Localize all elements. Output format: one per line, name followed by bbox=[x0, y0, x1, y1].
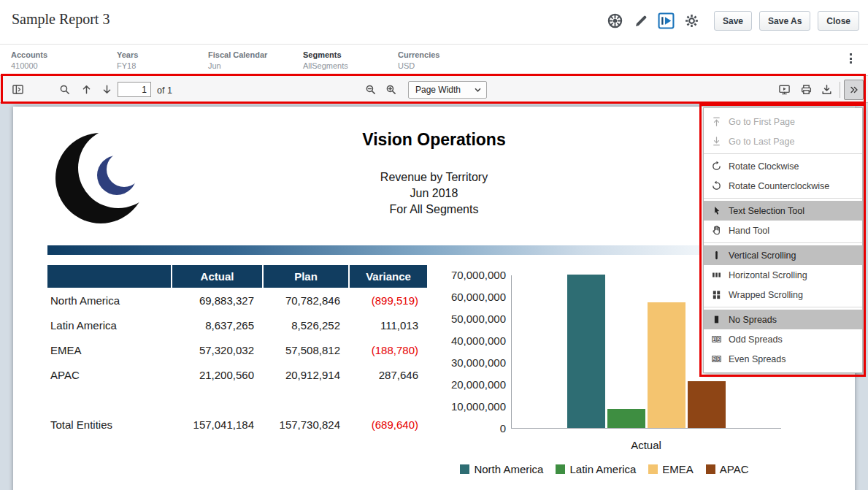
legend-item: Latin America bbox=[556, 463, 636, 475]
chevron-down-icon bbox=[475, 88, 481, 92]
pov-dim-label: Accounts bbox=[11, 50, 47, 59]
zoom-select[interactable]: Page Width bbox=[408, 81, 487, 99]
next-page-icon[interactable] bbox=[101, 83, 114, 96]
header-entity bbox=[47, 265, 172, 288]
menu-item-label: Horizontal Scrolling bbox=[729, 270, 807, 280]
cell-actual: 8,637,265 bbox=[172, 313, 263, 337]
menu-item-label: No Spreads bbox=[729, 315, 777, 325]
menu-item-no-spreads[interactable]: No Spreads bbox=[704, 310, 862, 329]
pov-dim-segments[interactable]: Segments AllSegments bbox=[303, 50, 348, 70]
pov-dim-fiscal-calendar[interactable]: Fiscal Calendar Jun bbox=[208, 50, 267, 70]
menu-item-label: Go to First Page bbox=[729, 117, 795, 127]
save-button[interactable]: Save bbox=[714, 11, 752, 31]
tools-chevrons-icon[interactable] bbox=[844, 80, 864, 100]
table-row: EMEA 57,320,032 57,508,812 (188,780) bbox=[47, 337, 427, 362]
preview-play-icon[interactable] bbox=[657, 12, 675, 30]
hand-tool-icon bbox=[711, 225, 722, 236]
text-selection-tool-icon bbox=[711, 205, 722, 216]
cell-entity: Latin America bbox=[47, 313, 172, 337]
bar-emea bbox=[648, 302, 685, 428]
y-axis-tick: 70,000,000 bbox=[411, 269, 506, 282]
cell-plan: 157,730,824 bbox=[263, 412, 349, 437]
cell-plan: 8,526,252 bbox=[263, 313, 349, 337]
menu-item-wrapped-scrolling[interactable]: Wrapped Scrolling bbox=[704, 285, 862, 305]
menu-item-rotate-counterclockwise[interactable]: Rotate Counterclockwise bbox=[704, 176, 862, 196]
pov-dim-value: 410000 bbox=[11, 61, 47, 70]
save-icon[interactable] bbox=[821, 83, 834, 96]
pov-wheel-icon[interactable] bbox=[606, 12, 624, 30]
y-axis-tick: 0 bbox=[411, 422, 506, 435]
menu-item-horizontal-scrolling[interactable]: Horizontal Scrolling bbox=[704, 265, 862, 285]
table-row: North America 69,883,327 70,782,846 (899… bbox=[47, 288, 427, 313]
presentation-mode-icon[interactable] bbox=[778, 83, 791, 96]
legend-label: APAC bbox=[720, 463, 749, 475]
menu-item-odd-spreads[interactable]: 1 2 Odd Spreads bbox=[704, 329, 862, 349]
legend-swatch bbox=[460, 464, 469, 474]
zoom-out-icon[interactable] bbox=[364, 83, 377, 96]
edit-pencil-icon[interactable] bbox=[631, 12, 650, 30]
bar-latin-america bbox=[607, 409, 645, 428]
table-spacer-row bbox=[47, 387, 427, 412]
menu-item-vertical-scrolling[interactable]: Vertical Scrolling bbox=[704, 245, 862, 265]
pov-dim-value: Jun bbox=[208, 61, 267, 70]
toggle-sidebar-icon[interactable] bbox=[12, 83, 25, 96]
menu-item-label: Rotate Counterclockwise bbox=[729, 181, 829, 191]
find-icon[interactable] bbox=[58, 83, 72, 96]
pov-dim-accounts[interactable]: Accounts 410000 bbox=[11, 50, 47, 70]
menu-item-label: Even Spreads bbox=[729, 354, 786, 364]
menu-item-go-to-first-page[interactable]: Go to First Page bbox=[704, 112, 862, 131]
menu-item-hand-tool[interactable]: Hand Tool bbox=[704, 221, 862, 240]
y-axis-tick: 10,000,000 bbox=[411, 400, 506, 413]
y-axis-tick: 40,000,000 bbox=[411, 334, 506, 348]
pov-dim-value: FY18 bbox=[117, 61, 138, 70]
menu-item-label: Text Selection Tool bbox=[729, 206, 804, 216]
page-count-label: of 1 bbox=[157, 85, 172, 96]
pov-dim-label: Years bbox=[117, 50, 138, 59]
page-number-input[interactable] bbox=[118, 82, 151, 97]
pov-dim-value: AllSegments bbox=[303, 61, 348, 70]
legend-swatch bbox=[556, 464, 565, 474]
cell-actual: 69,883,327 bbox=[172, 288, 263, 313]
pov-overflow-icon[interactable] bbox=[850, 53, 852, 66]
y-axis-tick: 60,000,000 bbox=[411, 291, 506, 304]
gradient-divider-bar bbox=[47, 245, 701, 255]
cell-plan: 70,782,846 bbox=[263, 288, 349, 313]
cell-plan: 20,912,914 bbox=[263, 362, 349, 387]
horizontal-scrolling-icon bbox=[711, 269, 722, 280]
previous-page-icon[interactable] bbox=[80, 83, 93, 96]
cell-actual: 57,320,032 bbox=[172, 337, 263, 362]
svg-text:2: 2 bbox=[713, 356, 715, 361]
save-as-button[interactable]: Save As bbox=[759, 11, 810, 31]
legend-label: North America bbox=[474, 463, 543, 475]
application-window: Sample Report 3 bbox=[0, 0, 868, 490]
pdf-secondary-toolbar: Go to First Page Go to Last Page Rotate … bbox=[703, 107, 863, 373]
table-row: APAC 21,200,560 20,912,914 287,646 bbox=[47, 362, 427, 387]
no-spreads-icon bbox=[711, 314, 722, 325]
y-axis-tick: 20,000,000 bbox=[411, 378, 506, 391]
cell-actual: 21,200,560 bbox=[172, 362, 263, 387]
menu-item-label: Go to Last Page bbox=[729, 137, 794, 147]
chart-legend: North America Latin America EMEA APAC bbox=[422, 463, 787, 475]
bar-north-america bbox=[567, 275, 605, 428]
go-to-first-page-icon bbox=[711, 116, 722, 127]
menu-item-label: Odd Spreads bbox=[729, 334, 783, 345]
pov-dim-years[interactable]: Years FY18 bbox=[117, 50, 138, 70]
menu-separator bbox=[704, 153, 862, 154]
settings-gear-icon[interactable] bbox=[683, 12, 701, 30]
menu-item-even-spreads[interactable]: 2 3 Even Spreads bbox=[704, 349, 862, 369]
pov-dim-currencies[interactable]: Currencies USD bbox=[398, 50, 439, 70]
menu-item-rotate-clockwise[interactable]: Rotate Clockwise bbox=[704, 156, 862, 176]
print-icon[interactable] bbox=[800, 83, 813, 96]
menu-item-text-selection-tool[interactable]: Text Selection Tool bbox=[704, 201, 862, 221]
pov-dim-value: USD bbox=[398, 61, 439, 70]
menu-item-go-to-last-page[interactable]: Go to Last Page bbox=[704, 131, 862, 151]
zoom-in-icon[interactable] bbox=[385, 83, 398, 96]
close-button[interactable]: Close bbox=[818, 11, 859, 31]
y-axis-tick: 50,000,000 bbox=[411, 313, 506, 326]
svg-text:3: 3 bbox=[718, 356, 721, 361]
bar-apac bbox=[688, 381, 726, 428]
menu-item-label: Wrapped Scrolling bbox=[729, 290, 803, 300]
header-plan: Plan bbox=[263, 265, 349, 288]
cell-entity: EMEA bbox=[47, 337, 172, 362]
menu-item-label: Rotate Clockwise bbox=[729, 161, 799, 172]
